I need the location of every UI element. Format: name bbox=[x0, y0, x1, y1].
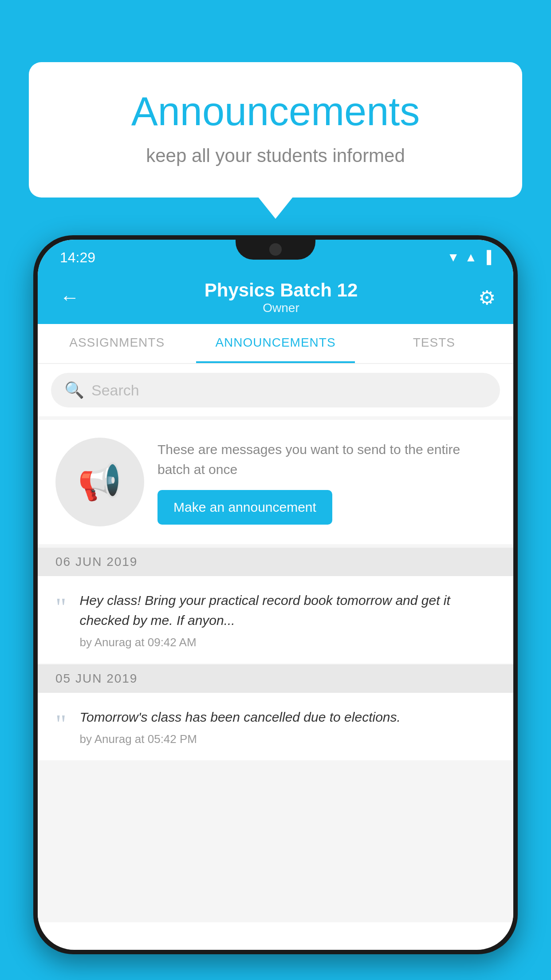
announcement-content-1: Hey class! Bring your practical record b… bbox=[80, 590, 496, 649]
phone-screen: 14:29 ▼ ▲ ▐ ← Physics Batch 12 Owner ⚙ A… bbox=[38, 240, 513, 950]
wifi-icon: ▼ bbox=[447, 250, 460, 265]
make-announcement-button[interactable]: Make an announcement bbox=[157, 490, 332, 525]
phone-camera bbox=[269, 243, 282, 256]
search-input-wrapper[interactable]: 🔍 Search bbox=[51, 373, 500, 407]
app-bar-title: Physics Batch 12 bbox=[205, 280, 358, 301]
search-container: 🔍 Search bbox=[38, 364, 513, 416]
date-separator-1: 06 JUN 2019 bbox=[38, 548, 513, 576]
announcement-meta-1: by Anurag at 09:42 AM bbox=[80, 636, 496, 649]
tab-assignments[interactable]: ASSIGNMENTS bbox=[38, 324, 196, 363]
status-icons: ▼ ▲ ▐ bbox=[447, 250, 491, 265]
date-separator-2: 05 JUN 2019 bbox=[38, 664, 513, 693]
announcement-item-1[interactable]: " Hey class! Bring your practical record… bbox=[38, 576, 513, 664]
quote-icon-2: " bbox=[55, 711, 67, 737]
speech-bubble: Announcements keep all your students inf… bbox=[29, 62, 522, 198]
announcement-text-1: Hey class! Bring your practical record b… bbox=[80, 590, 496, 630]
settings-icon[interactable]: ⚙ bbox=[478, 286, 496, 309]
speech-bubble-title: Announcements bbox=[64, 89, 487, 134]
signal-icon: ▲ bbox=[464, 250, 477, 265]
battery-icon: ▐ bbox=[482, 250, 491, 265]
speech-bubble-subtitle: keep all your students informed bbox=[64, 145, 487, 166]
phone-notch bbox=[236, 235, 315, 260]
megaphone-icon: 📢 bbox=[78, 461, 122, 503]
quote-icon-1: " bbox=[55, 594, 67, 620]
app-bar: ← Physics Batch 12 Owner ⚙ bbox=[38, 271, 513, 324]
back-button[interactable]: ← bbox=[55, 282, 84, 313]
search-icon: 🔍 bbox=[64, 381, 84, 399]
announcement-content-2: Tomorrow's class has been cancelled due … bbox=[80, 707, 496, 746]
app-bar-center: Physics Batch 12 Owner bbox=[205, 280, 358, 315]
announcement-prompt-right: These are messages you want to send to t… bbox=[157, 439, 496, 525]
announcement-prompt: 📢 These are messages you want to send to… bbox=[38, 420, 513, 544]
announcement-text-2: Tomorrow's class has been cancelled due … bbox=[80, 707, 496, 727]
phone-wrapper: 14:29 ▼ ▲ ▐ ← Physics Batch 12 Owner ⚙ A… bbox=[33, 235, 518, 980]
tab-tests[interactable]: TESTS bbox=[355, 324, 513, 363]
app-bar-subtitle: Owner bbox=[205, 301, 358, 315]
announcement-prompt-text: These are messages you want to send to t… bbox=[157, 439, 496, 479]
announcement-meta-2: by Anurag at 05:42 PM bbox=[80, 732, 496, 746]
search-placeholder: Search bbox=[91, 382, 139, 399]
tab-announcements[interactable]: ANNOUNCEMENTS bbox=[196, 324, 354, 363]
content-area: 🔍 Search 📢 These are messages you want t… bbox=[38, 364, 513, 922]
phone-outer: 14:29 ▼ ▲ ▐ ← Physics Batch 12 Owner ⚙ A… bbox=[33, 235, 518, 954]
speech-bubble-container: Announcements keep all your students inf… bbox=[29, 62, 522, 198]
announcement-icon-circle: 📢 bbox=[55, 438, 144, 526]
announcement-item-2[interactable]: " Tomorrow's class has been cancelled du… bbox=[38, 693, 513, 760]
tabs-container: ASSIGNMENTS ANNOUNCEMENTS TESTS bbox=[38, 324, 513, 364]
status-time: 14:29 bbox=[60, 249, 95, 266]
